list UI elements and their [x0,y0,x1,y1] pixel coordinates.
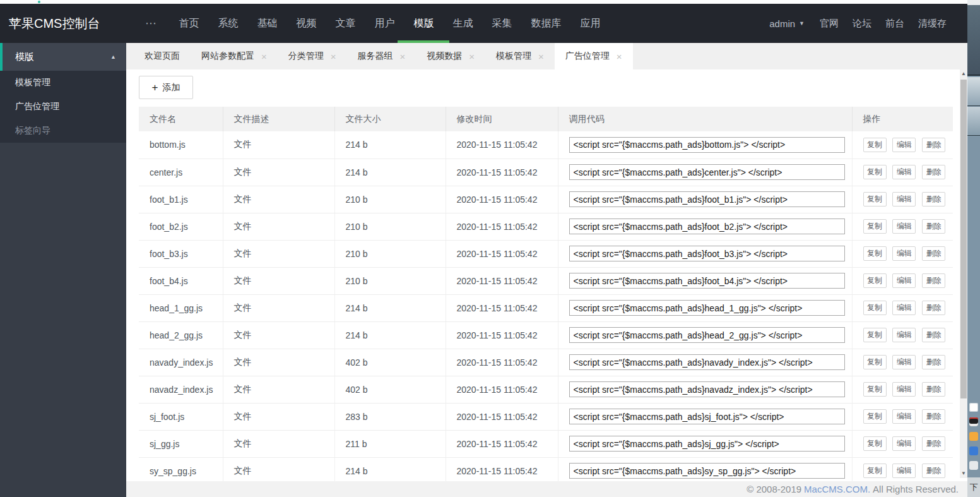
nav-link[interactable]: 前台 [878,18,911,30]
delete-button[interactable]: 删除 [922,273,945,288]
tab[interactable]: 服务器组 × [347,43,416,69]
tab[interactable]: 网站参数配置 × [191,43,278,69]
row-actions-cell: 复制 编辑 删除 [852,186,953,213]
tab[interactable]: 视频数据 × [416,43,485,69]
copy-button[interactable]: 复制 [863,138,887,152]
delete-button[interactable]: 删除 [922,409,945,424]
nav-link[interactable]: 官网 [813,18,846,30]
nav-item[interactable]: 采集 [482,4,521,43]
tab-close-icon[interactable]: × [261,51,267,62]
edit-button[interactable]: 编辑 [892,464,916,478]
copy-button[interactable]: 复制 [863,192,887,207]
ad-code-input[interactable] [569,273,845,289]
page-scrollbar[interactable]: ▲ ▼ [960,69,967,478]
tab[interactable]: 模板管理 × [485,43,555,69]
nav-item[interactable]: 视频 [286,4,326,43]
nav-more-icon[interactable]: ⋯ [141,16,160,30]
tab[interactable]: 分类管理 × [278,43,347,69]
edit-button[interactable]: 编辑 [892,138,916,152]
scrollbar-thumb[interactable] [960,80,967,398]
edit-button[interactable]: 编辑 [892,273,916,288]
sidebar-group-header[interactable]: 模版 ▲ [0,43,126,71]
maccms-link[interactable]: MacCMS.COM. [804,484,870,494]
delete-button[interactable]: 删除 [922,355,945,369]
ad-code-input[interactable] [569,191,845,207]
edit-button[interactable]: 编辑 [892,409,916,424]
sidebar-item[interactable]: 模板管理 [0,71,126,95]
copy-button[interactable]: 复制 [863,246,887,261]
copy-button[interactable]: 复制 [863,355,887,369]
ad-code-input[interactable] [569,137,845,153]
edit-button[interactable]: 编辑 [892,382,916,397]
copy-button[interactable]: 复制 [863,382,887,397]
ad-code-input[interactable] [569,409,845,424]
ad-code-input[interactable] [569,463,845,479]
edit-button[interactable]: 编辑 [892,219,916,234]
ad-code-input[interactable] [569,300,845,316]
tab-close-icon[interactable]: × [469,51,475,62]
delete-button[interactable]: 删除 [922,165,945,179]
copy-button[interactable]: 复制 [863,219,887,234]
nav-item[interactable]: 基础 [247,4,286,43]
tab-close-icon[interactable]: × [400,51,406,62]
delete-button[interactable]: 删除 [922,436,945,451]
add-button[interactable]: + 添加 [139,76,193,99]
ad-code-input[interactable] [569,436,845,452]
ad-code-input[interactable] [569,219,845,234]
nav-item[interactable]: 数据库 [521,4,570,43]
delete-button[interactable]: 删除 [922,219,945,234]
edit-button[interactable]: 编辑 [892,301,916,315]
nav-link[interactable]: 清缓存 [911,18,953,30]
edit-button[interactable]: 编辑 [892,192,916,207]
edit-button[interactable]: 编辑 [892,328,916,342]
desktop-edge-segment [967,77,980,106]
scroll-up-icon[interactable]: ▲ [960,69,967,78]
copy-button[interactable]: 复制 [863,464,887,478]
copy-button[interactable]: 复制 [863,328,887,342]
nav-item[interactable]: 用户 [365,4,404,43]
collapse-up-icon: ▲ [110,54,116,60]
nav-item[interactable]: 首页 [169,4,208,43]
tab-close-icon[interactable]: × [331,51,336,62]
edit-button[interactable]: 编辑 [892,165,916,179]
edit-button[interactable]: 编辑 [892,355,916,369]
ad-code-input[interactable] [569,246,845,261]
table-row: center.js 文件 214 b 2020-11-15 11:05:42 复… [139,159,953,186]
delete-button[interactable]: 删除 [922,464,945,478]
copy-button[interactable]: 复制 [863,436,887,451]
scroll-down-icon[interactable]: ▼ [960,469,967,478]
edit-button[interactable]: 编辑 [892,436,916,451]
nav-link[interactable]: 论坛 [846,18,878,30]
delete-button[interactable]: 删除 [922,301,945,315]
tab[interactable]: 欢迎页面 [134,43,191,69]
file-code-cell [558,349,852,376]
nav-item[interactable]: 文章 [326,4,365,43]
ad-code-input[interactable] [569,164,845,180]
nav-item[interactable]: 系统 [208,4,247,43]
sidebar-item[interactable]: 广告位管理 [0,95,126,119]
nav-item[interactable]: 应用 [570,4,610,43]
ad-code-input[interactable] [569,381,845,397]
copy-button[interactable]: 复制 [863,273,887,288]
tab-close-icon[interactable]: × [617,51,622,62]
user-dropdown[interactable]: admin ▼ [761,18,813,29]
ad-code-input[interactable] [569,327,845,343]
tab[interactable]: 广告位管理 × [555,43,633,69]
delete-button[interactable]: 删除 [922,328,945,342]
nav-item[interactable]: 模版 [404,4,443,43]
file-desc-cell: 文件 [223,240,334,267]
tab-close-icon[interactable]: × [538,51,544,62]
copy-button[interactable]: 复制 [863,301,887,315]
copy-button[interactable]: 复制 [863,165,887,179]
main-menu: 首页 系统 基础 视频 文章 用户 模版 生成 采集 数据库 应用 [169,4,610,43]
nav-item[interactable]: 生成 [443,4,482,43]
delete-button[interactable]: 删除 [922,246,945,261]
copy-button[interactable]: 复制 [863,409,887,424]
sidebar-item[interactable]: 标签向导 [0,119,126,143]
delete-button[interactable]: 删除 [922,382,945,397]
edit-button[interactable]: 编辑 [892,246,916,261]
ad-code-input[interactable] [569,354,845,370]
delete-button[interactable]: 删除 [922,138,945,152]
plus-icon: + [152,81,158,94]
delete-button[interactable]: 删除 [922,192,945,207]
